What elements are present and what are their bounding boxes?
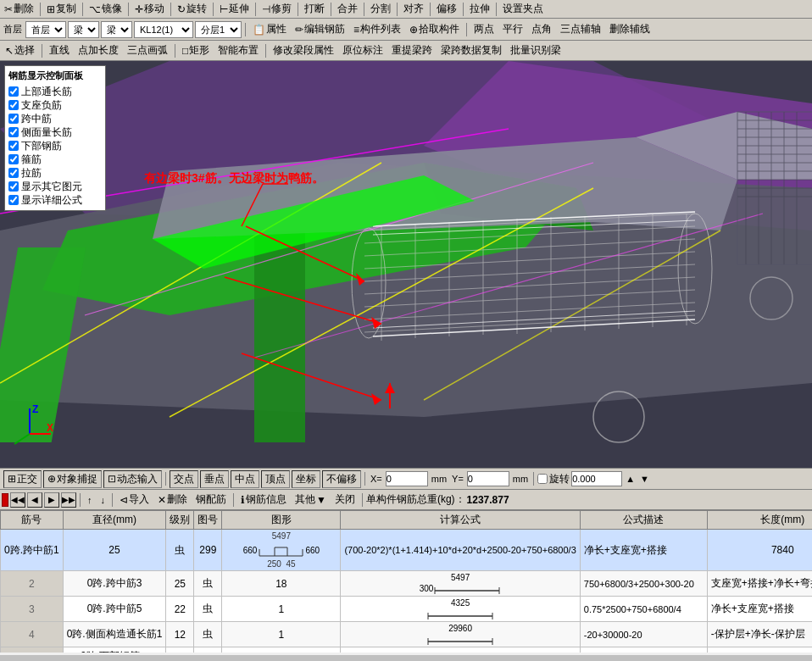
member-type-select[interactable]: 梁 — [101, 21, 132, 38]
mid-snap-btn[interactable]: 中点 — [231, 470, 259, 488]
member-id-select[interactable]: KL12(1) — [134, 21, 193, 38]
rebar-cb-1[interactable] — [8, 100, 19, 110]
rebar-item-0[interactable]: 上部通长筋 — [8, 85, 102, 98]
rebar-cb-6[interactable] — [8, 168, 19, 178]
y-input[interactable] — [467, 471, 509, 486]
cell-figure-5 — [341, 647, 580, 653]
select-tool-btn[interactable]: ↖ 选择 — [2, 42, 38, 58]
rebar-cb-3[interactable] — [8, 127, 19, 137]
split-btn[interactable]: 分割 — [368, 1, 393, 17]
extend-btn[interactable]: ⊢ 延伸 — [217, 1, 252, 17]
offset-btn[interactable]: 偏移 — [434, 1, 459, 17]
del-aux-btn[interactable]: 删除辅线 — [606, 21, 653, 37]
cell-fignum-2: 18 — [222, 571, 341, 597]
snap-mode-btn[interactable]: ⊕ 对象捕捉 — [43, 470, 102, 488]
vertex-snap-btn[interactable]: 顶点 — [261, 470, 290, 488]
angle-btn[interactable]: 点角 — [528, 21, 555, 37]
cell-grade-3: 虫 — [194, 597, 222, 622]
align-btn[interactable]: 对齐 — [401, 1, 426, 17]
move-btn[interactable]: ✛ 移动 — [132, 1, 167, 17]
rotate-checkbox-item: 旋转 — [537, 472, 570, 486]
edit-rebar-btn[interactable]: ✏ 编辑钢筋 — [292, 21, 348, 37]
move-down-btn[interactable]: ↓ — [97, 494, 109, 506]
table-row[interactable]: 0跨.下部钢筋... — [1, 647, 813, 653]
ortho-mode-btn[interactable]: ⊞ 正交 — [3, 470, 42, 488]
close-panel-btn[interactable]: 关闭 — [331, 492, 359, 508]
perp-snap-btn[interactable]: 垂点 — [200, 470, 229, 488]
cell-grade-2: 虫 — [194, 571, 222, 597]
layer-select[interactable]: 分层1 — [195, 21, 242, 38]
sep2 — [82, 3, 83, 16]
snap-icon: ⊕ — [47, 473, 56, 485]
coord-snap-btn[interactable]: 坐标 — [292, 470, 320, 488]
sep-sb3 — [533, 472, 534, 486]
nav-last-btn[interactable]: ▶▶ — [61, 492, 76, 508]
set-grip-btn[interactable]: 设置夹点 — [500, 1, 546, 17]
rebar-item-4[interactable]: 下部钢筋 — [8, 139, 102, 153]
rebar-cb-0[interactable] — [8, 86, 19, 97]
two-point-btn[interactable]: 两点 — [470, 21, 498, 37]
move-up-btn[interactable]: ↑ — [84, 494, 96, 506]
mirror-btn[interactable]: ⌥ 镜像 — [86, 1, 125, 17]
delete-btn[interactable]: ✂ 删除 — [2, 1, 36, 17]
property-btn[interactable]: 📋 属性 — [249, 21, 290, 37]
steel-config-btn[interactable]: 钢配筋 — [192, 492, 230, 508]
rebar-item-1[interactable]: 支座负筋 — [8, 98, 102, 112]
table-row[interactable]: 3 0跨.跨中筋5 22 虫 1 4325 — [1, 597, 813, 622]
rotation-input[interactable] — [571, 471, 622, 486]
dynamic-input-btn[interactable]: ⊡ 动态输入 — [103, 470, 162, 488]
rebar-cb-8[interactable] — [8, 195, 19, 205]
table-container[interactable]: 筋号 直径(mm) 级别 图号 图形 计算公式 公式描述 长度(mm) 根数 搭… — [0, 510, 812, 653]
table-row[interactable]: 4 0跨.侧面构造通长筋1 12 虫 1 29960 — [1, 622, 813, 647]
three-point-aux-btn[interactable]: 三点辅轴 — [557, 21, 604, 37]
rebar-cb-5[interactable] — [8, 154, 19, 164]
parallel-btn[interactable]: 平行 — [499, 21, 526, 37]
floor-select[interactable]: 首层 — [25, 21, 66, 38]
merge-btn[interactable]: 合并 — [335, 1, 360, 17]
rebar-item-6[interactable]: 拉筋 — [8, 166, 102, 180]
nav-next-btn[interactable]: ▶ — [44, 492, 59, 508]
break-btn[interactable]: 打断 — [302, 1, 327, 17]
other-btn[interactable]: 其他 ▼ — [292, 492, 330, 508]
delete-row-btn[interactable]: ✕ 删除 — [154, 492, 191, 508]
table-row[interactable]: 2 0跨.跨中筋3 25 虫 18 5497 300 — [1, 571, 813, 597]
nav-prev-btn[interactable]: ◀ — [27, 492, 42, 508]
pick-comp-btn[interactable]: ⊕ 拾取构件 — [406, 21, 463, 37]
rebar-item-7[interactable]: 显示其它图元 — [8, 180, 102, 193]
rotate-btn[interactable]: ↻ 旋转 — [175, 1, 209, 17]
rebar-cb-4[interactable] — [8, 141, 19, 151]
rebar-item-5[interactable]: 箍筋 — [8, 153, 102, 166]
smart-layout-btn[interactable]: 智能布置 — [214, 42, 262, 58]
no-offset-btn[interactable]: 不偏移 — [322, 470, 361, 488]
rotate-checkbox[interactable] — [537, 474, 548, 484]
rebar-item-2[interactable]: 跨中筋 — [8, 112, 102, 125]
import-btn[interactable]: ⊲ 导入 — [116, 492, 153, 508]
comp-list-btn[interactable]: ≡ 构件列表 — [350, 21, 404, 37]
intersect-snap-btn[interactable]: 交点 — [170, 470, 198, 488]
rebar-item-3[interactable]: 侧面量长筋 — [8, 125, 102, 139]
trim-btn[interactable]: ⊣ 修剪 — [259, 1, 294, 17]
comp-type-select[interactable]: 梁 — [68, 21, 99, 38]
re-extract-span-btn[interactable]: 重提梁跨 — [388, 42, 436, 58]
annotation-text: 有边梁时3#筋。无边梁时为鸭筋。 — [144, 171, 324, 186]
rebar-cb-2[interactable] — [8, 114, 19, 124]
rebar-cb-7[interactable] — [8, 181, 19, 192]
viewport[interactable]: Z X 钢筋显示控制面板 上部通长筋 支座负筋 跨中筋 侧面量长筋 下部钢筋 — [0, 61, 812, 468]
rebar-item-8[interactable]: 显示详细公式 — [8, 193, 102, 207]
table-row[interactable]: 0跨.跨中筋1 25 虫 299 5497 660 — [1, 530, 813, 571]
rebar-info-btn[interactable]: ℹ 钢筋信息 — [237, 492, 290, 508]
nav-first-btn[interactable]: ◀◀ — [10, 492, 25, 508]
x-input[interactable] — [386, 471, 428, 486]
three-pt-arc-btn[interactable]: 三点画弧 — [124, 42, 171, 58]
line-btn[interactable]: 直线 — [46, 42, 73, 58]
point-add-len-btn[interactable]: 点加长度 — [75, 42, 122, 58]
rotate-stepper-down[interactable]: ▼ — [638, 474, 651, 484]
batch-id-beam-btn[interactable]: 批量识别梁 — [507, 42, 565, 58]
modify-span-prop-btn[interactable]: 修改梁段属性 — [270, 42, 337, 58]
rect-btn[interactable]: □ 矩形 — [179, 42, 213, 58]
stretch-btn[interactable]: 拉伸 — [467, 1, 492, 17]
copy-btn[interactable]: ⊞ 复制 — [44, 1, 79, 17]
rotate-stepper-up[interactable]: ▲ — [624, 474, 637, 484]
in-situ-mark-btn[interactable]: 原位标注 — [339, 42, 387, 58]
copy-span-data-btn[interactable]: 梁跨数据复制 — [437, 42, 505, 58]
